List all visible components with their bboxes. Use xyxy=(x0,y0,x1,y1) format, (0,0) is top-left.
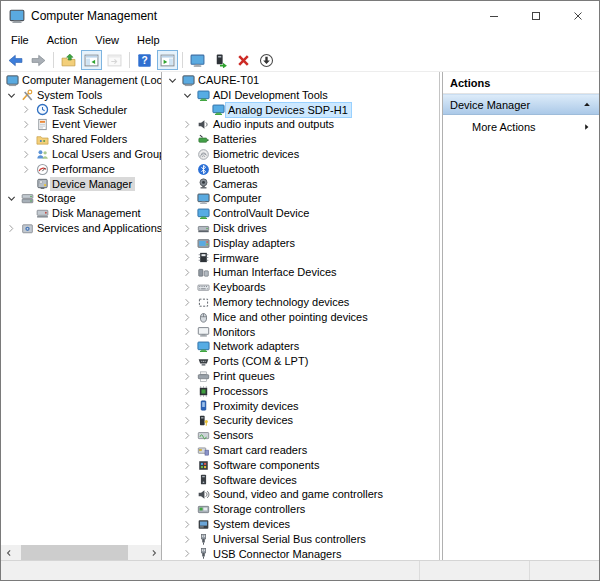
chevron-right-icon[interactable] xyxy=(180,430,195,441)
chevron-right-icon[interactable] xyxy=(180,193,195,204)
tree-item-firmware[interactable]: Firmware xyxy=(162,251,439,266)
scroll-right-arrow-icon[interactable] xyxy=(146,545,161,560)
chevron-right-icon[interactable] xyxy=(180,341,195,352)
tree-item-shared-folders[interactable]: Shared Folders xyxy=(1,132,161,147)
tree-item-ports-com-lpt[interactable]: Ports (COM & LPT) xyxy=(162,354,439,369)
chevron-right-icon[interactable] xyxy=(19,164,34,175)
tree-item-task-scheduler[interactable]: Task Scheduler xyxy=(1,103,161,118)
chevron-right-icon[interactable] xyxy=(180,267,195,278)
tree-item-network-adapters[interactable]: Network adapters xyxy=(162,339,439,354)
chevron-right-icon[interactable] xyxy=(4,223,19,234)
chevron-right-icon[interactable] xyxy=(180,297,195,308)
chevron-right-icon[interactable] xyxy=(180,238,195,249)
chevron-down-icon[interactable] xyxy=(165,75,180,86)
show-action-pane-button[interactable] xyxy=(157,50,178,70)
chevron-right-icon[interactable] xyxy=(180,400,195,411)
tree-item-bluetooth[interactable]: Bluetooth xyxy=(162,162,439,177)
chevron-right-icon[interactable] xyxy=(180,208,195,219)
chevron-right-icon[interactable] xyxy=(180,282,195,293)
tree-item-computer-management-local[interactable]: Computer Management (Local xyxy=(1,73,161,88)
tree-item-security-devices[interactable]: Security devices xyxy=(162,413,439,428)
horizontal-scrollbar[interactable] xyxy=(1,545,161,560)
scroll-left-arrow-icon[interactable] xyxy=(1,545,16,560)
chevron-right-icon[interactable] xyxy=(180,223,195,234)
minimize-button[interactable] xyxy=(473,1,515,30)
tree-item-human-interface-devices[interactable]: Human Interface Devices xyxy=(162,265,439,280)
tree-item-event-viewer[interactable]: Event Viewer xyxy=(1,117,161,132)
chevron-right-icon[interactable] xyxy=(180,489,195,500)
chevron-right-icon[interactable] xyxy=(180,371,195,382)
tree-item-system-devices[interactable]: System devices xyxy=(162,517,439,532)
tree-item-controlvault-device[interactable]: ControlVault Device xyxy=(162,206,439,221)
tree-item-biometric-devices[interactable]: Biometric devices xyxy=(162,147,439,162)
tree-item-disk-management[interactable]: Disk Management xyxy=(1,206,161,221)
scan-hardware-changes-button[interactable] xyxy=(187,50,208,70)
chevron-right-icon[interactable] xyxy=(180,149,195,160)
chevron-right-icon[interactable] xyxy=(180,415,195,426)
scrollbar-thumb[interactable] xyxy=(21,545,128,560)
tree-item-computer[interactable]: Computer xyxy=(162,191,439,206)
close-button[interactable] xyxy=(557,1,599,30)
collapse-group-icon[interactable] xyxy=(582,100,592,110)
chevron-down-icon[interactable] xyxy=(4,90,19,101)
up-one-level-button[interactable] xyxy=(58,50,79,70)
chevron-right-icon[interactable] xyxy=(19,119,34,130)
chevron-right-icon[interactable] xyxy=(180,445,195,456)
tree-item-storage[interactable]: Storage xyxy=(1,191,161,206)
menu-file[interactable]: File xyxy=(2,32,38,48)
chevron-right-icon[interactable] xyxy=(180,548,195,559)
tree-item-adi-development-tools[interactable]: ADI Development Tools xyxy=(162,88,439,103)
back-button[interactable] xyxy=(5,50,26,70)
uninstall-device-button[interactable] xyxy=(233,50,254,70)
chevron-right-icon[interactable] xyxy=(180,252,195,263)
tree-item-usb-connector-managers[interactable]: USB Connector Managers xyxy=(162,547,439,561)
tree-item-system-tools[interactable]: System Tools xyxy=(1,88,161,103)
tree-item-mice-and-other-pointing-devices[interactable]: Mice and other pointing devices xyxy=(162,310,439,325)
chevron-right-icon[interactable] xyxy=(180,474,195,485)
chevron-right-icon[interactable] xyxy=(180,534,195,545)
tree-item-caure-t01[interactable]: CAURE-T01 xyxy=(162,73,439,88)
chevron-right-icon[interactable] xyxy=(180,164,195,175)
tree-item-local-users-and-groups[interactable]: Local Users and Groups xyxy=(1,147,161,162)
tree-item-display-adapters[interactable]: Display adapters xyxy=(162,236,439,251)
tree-item-device-manager[interactable]: Device Manager xyxy=(1,177,161,192)
tree-item-software-devices[interactable]: Software devices xyxy=(162,473,439,488)
tree-item-sound-video-and-game-controllers[interactable]: Sound, video and game controllers xyxy=(162,487,439,502)
menu-help[interactable]: Help xyxy=(128,32,169,48)
menu-view[interactable]: View xyxy=(86,32,128,48)
tree-item-proximity-devices[interactable]: Proximity devices xyxy=(162,399,439,414)
tree-item-sensors[interactable]: Sensors xyxy=(162,428,439,443)
tree-item-software-components[interactable]: Software components xyxy=(162,458,439,473)
maximize-button[interactable] xyxy=(515,1,557,30)
chevron-right-icon[interactable] xyxy=(180,519,195,530)
chevron-right-icon[interactable] xyxy=(180,178,195,189)
chevron-down-icon[interactable] xyxy=(180,90,195,101)
tree-item-memory-technology-devices[interactable]: Memory technology devices xyxy=(162,295,439,310)
chevron-right-icon[interactable] xyxy=(19,134,34,145)
tree-item-services-and-applications[interactable]: Services and Applications xyxy=(1,221,161,236)
chevron-right-icon[interactable] xyxy=(180,356,195,367)
tree-item-disk-drives[interactable]: Disk drives xyxy=(162,221,439,236)
tree-item-smart-card-readers[interactable]: Smart card readers xyxy=(162,443,439,458)
chevron-right-icon[interactable] xyxy=(180,460,195,471)
chevron-right-icon[interactable] xyxy=(180,119,195,130)
chevron-right-icon[interactable] xyxy=(180,312,195,323)
chevron-right-icon[interactable] xyxy=(180,386,195,397)
tree-item-storage-controllers[interactable]: Storage controllers xyxy=(162,502,439,517)
more-actions-item[interactable]: More Actions xyxy=(443,115,599,138)
tree-item-print-queues[interactable]: Print queues xyxy=(162,369,439,384)
chevron-right-icon[interactable] xyxy=(19,104,34,115)
tree-item-universal-serial-bus-controllers[interactable]: Universal Serial Bus controllers xyxy=(162,532,439,547)
chevron-right-icon[interactable] xyxy=(180,326,195,337)
tree-item-keyboards[interactable]: Keyboards xyxy=(162,280,439,295)
chevron-right-icon[interactable] xyxy=(180,504,195,515)
chevron-right-icon[interactable] xyxy=(180,134,195,145)
show-console-tree-button[interactable] xyxy=(81,50,102,70)
tree-item-monitors[interactable]: Monitors xyxy=(162,325,439,340)
tree-item-audio-inputs-and-outputs[interactable]: Audio inputs and outputs xyxy=(162,117,439,132)
help-button[interactable]: ? xyxy=(134,50,155,70)
tree-item-batteries[interactable]: Batteries xyxy=(162,132,439,147)
disable-device-button[interactable] xyxy=(256,50,277,70)
actions-group-device-manager[interactable]: Device Manager xyxy=(443,94,599,115)
chevron-down-icon[interactable] xyxy=(4,193,19,204)
